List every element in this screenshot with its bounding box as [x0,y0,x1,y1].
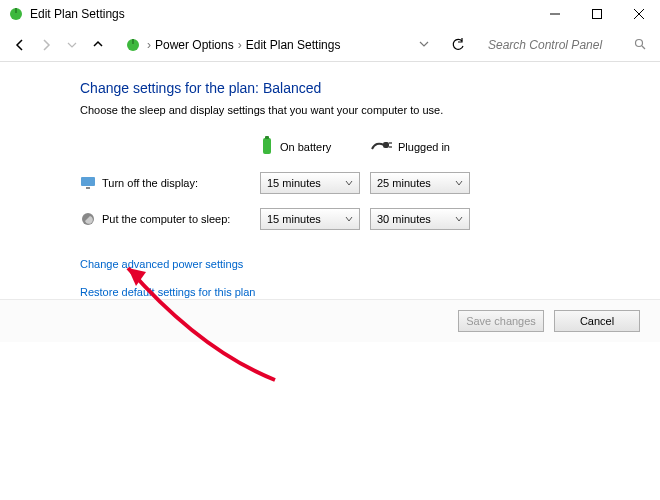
chevron-down-icon [455,177,463,189]
window-controls [534,0,660,28]
control-panel-icon [125,37,141,53]
display-battery-value: 15 minutes [267,177,321,189]
sleep-icon [80,211,96,227]
display-plugged-select[interactable]: 25 minutes [370,172,470,194]
power-plan-icon [8,6,24,22]
button-bar: Save changes Cancel [0,299,660,342]
chevron-right-icon: › [236,38,244,52]
maximize-button[interactable] [576,0,618,28]
chevron-down-icon [455,213,463,225]
links-section: Change advanced power settings Restore d… [80,258,660,298]
breadcrumb-seg-edit-plan[interactable]: Edit Plan Settings [244,38,343,52]
sleep-plugged-value: 30 minutes [377,213,431,225]
row-sleep: Put the computer to sleep: [80,211,260,227]
sleep-battery-value: 15 minutes [267,213,321,225]
row-label-display: Turn off the display: [102,177,198,189]
search-icon [634,38,646,52]
svg-rect-7 [132,39,134,44]
column-header-battery: On battery [260,136,370,158]
breadcrumb[interactable]: › Power Options › Edit Plan Settings [120,33,434,57]
chevron-down-icon [345,177,353,189]
svg-rect-15 [81,177,95,186]
minimize-button[interactable] [534,0,576,28]
column-label-plugged: Plugged in [398,141,450,153]
svg-rect-12 [383,142,389,148]
search-input[interactable] [488,38,646,52]
plug-icon [370,139,392,155]
monitor-icon [80,175,96,191]
sleep-battery-select[interactable]: 15 minutes [260,208,360,230]
display-plugged-value: 25 minutes [377,177,431,189]
search-box[interactable] [482,33,652,57]
navbar: › Power Options › Edit Plan Settings [0,28,660,62]
chevron-down-icon[interactable] [419,38,429,52]
page-subheading: Choose the sleep and display settings th… [80,104,500,116]
page-heading: Change settings for the plan: Balanced [80,80,660,96]
row-label-sleep: Put the computer to sleep: [102,213,230,225]
titlebar: Edit Plan Settings [0,0,660,28]
row-display: Turn off the display: [80,175,260,191]
content: Change settings for the plan: Balanced C… [0,62,660,298]
save-button[interactable]: Save changes [458,310,544,332]
sleep-plugged-select[interactable]: 30 minutes [370,208,470,230]
forward-button[interactable] [34,33,58,57]
svg-line-9 [642,46,645,49]
svg-rect-3 [593,10,602,19]
advanced-settings-link[interactable]: Change advanced power settings [80,258,660,270]
breadcrumb-seg-power-options[interactable]: Power Options [153,38,236,52]
settings-grid: On battery Plugged in Turn off the displ… [80,136,660,230]
cancel-button[interactable]: Cancel [554,310,640,332]
svg-rect-16 [86,187,90,189]
refresh-button[interactable] [446,33,470,57]
chevron-down-icon [345,213,353,225]
svg-rect-11 [265,136,269,139]
chevron-right-icon: › [145,38,153,52]
svg-point-8 [636,39,643,46]
column-label-battery: On battery [280,141,331,153]
svg-rect-10 [263,138,271,154]
restore-defaults-link[interactable]: Restore default settings for this plan [80,286,660,298]
battery-icon [260,136,274,158]
close-button[interactable] [618,0,660,28]
up-button[interactable] [86,33,110,57]
display-battery-select[interactable]: 15 minutes [260,172,360,194]
recent-dropdown[interactable] [60,33,84,57]
column-header-plugged: Plugged in [370,139,480,155]
svg-rect-1 [15,8,17,13]
back-button[interactable] [8,33,32,57]
window-title: Edit Plan Settings [30,7,125,21]
